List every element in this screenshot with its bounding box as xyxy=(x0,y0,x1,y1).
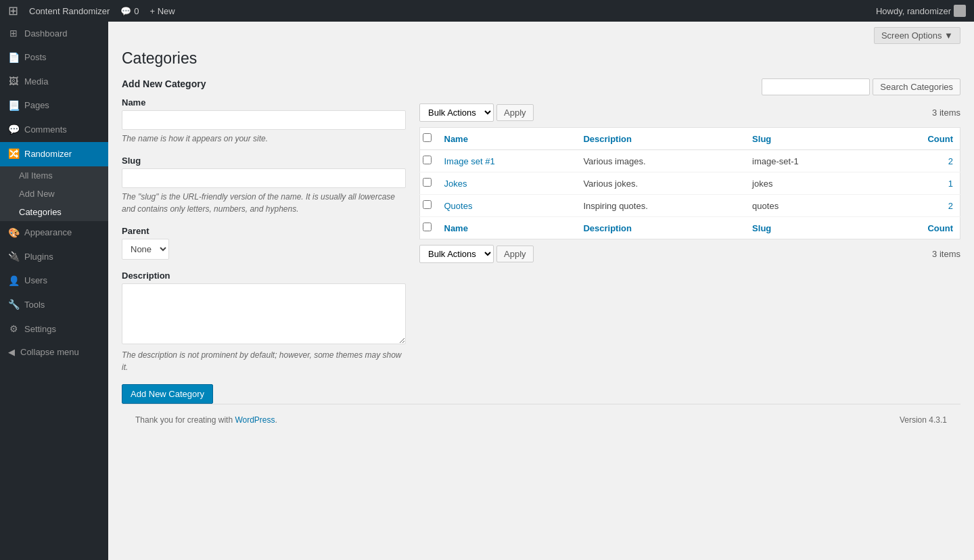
tablenav-bottom: Bulk Actions Apply 3 items xyxy=(419,242,960,266)
bulk-actions-select-top[interactable]: Bulk Actions xyxy=(419,103,494,122)
row-3-description-cell: Inspiring quotes. xyxy=(576,195,745,217)
sidebar-item-dashboard[interactable]: ⊞ Dashboard xyxy=(0,22,108,46)
collapse-menu-button[interactable]: ◀ Collapse menu xyxy=(0,342,108,363)
page-title: Categories xyxy=(122,49,960,68)
sidebar-item-comments[interactable]: 💬 Comments xyxy=(0,118,108,142)
row-3-name-link[interactable]: Quotes xyxy=(444,201,473,211)
footer-checkbox-col xyxy=(420,217,438,239)
tablenav-top: Bulk Actions Apply 3 items xyxy=(419,101,960,124)
slug-input[interactable] xyxy=(122,168,406,188)
footer-description[interactable]: Description xyxy=(576,217,745,239)
name-field-group: Name The name is how it appears on your … xyxy=(122,97,406,145)
name-input[interactable] xyxy=(122,110,406,130)
row-3-count-cell: 2 xyxy=(875,195,960,217)
header-slug[interactable]: Slug xyxy=(745,128,875,150)
slug-description: The "slug" is the URL-friendly version o… xyxy=(122,191,406,215)
table-row: Jokes Various jokes. jokes 1 xyxy=(420,172,960,195)
categories-table: Name Description Slug Count xyxy=(419,127,960,239)
screen-options-button[interactable]: Screen Options ▼ xyxy=(874,27,960,44)
header-description[interactable]: Description xyxy=(576,128,745,150)
categories-layout: Add New Category Name The name is how it… xyxy=(122,78,960,404)
row-2-description-cell: Various jokes. xyxy=(576,172,745,195)
submenu-add-new[interactable]: Add New xyxy=(0,185,108,203)
sidebar-item-randomizer[interactable]: 🔀 Randomizer xyxy=(0,142,108,166)
sidebar-item-plugins[interactable]: 🔌 Plugins xyxy=(0,245,108,269)
search-input[interactable] xyxy=(762,78,870,95)
select-all-checkbox-bottom[interactable] xyxy=(423,223,432,231)
wordpress-link[interactable]: WordPress xyxy=(235,415,275,425)
form-heading: Add New Category xyxy=(122,78,406,89)
row-3-checkbox-cell xyxy=(420,195,438,217)
submenu-categories[interactable]: Categories xyxy=(0,203,108,221)
header-name[interactable]: Name xyxy=(438,128,577,150)
wp-logo-icon[interactable]: ⊞ xyxy=(8,3,18,18)
row-1-checkbox-cell xyxy=(420,150,438,172)
parent-field-group: Parent None xyxy=(122,226,406,260)
bulk-actions-select-bottom[interactable]: Bulk Actions xyxy=(419,245,494,263)
footer-name[interactable]: Name xyxy=(438,217,577,239)
header-count[interactable]: Count xyxy=(875,128,960,150)
add-new-category-button[interactable]: Add New Category xyxy=(122,384,213,404)
row-1-slug-cell: image-set-1 xyxy=(745,150,875,172)
new-content-link[interactable]: + New xyxy=(149,6,175,16)
row-2-count-cell: 1 xyxy=(875,172,960,195)
comments-icon: 💬 xyxy=(8,123,19,137)
sidebar-item-tools[interactable]: 🔧 Tools xyxy=(0,293,108,317)
avatar xyxy=(954,5,966,17)
media-icon: 🖼 xyxy=(8,75,19,89)
sidebar-item-media[interactable]: 🖼 Media xyxy=(0,70,108,94)
table-footer-row: Name Description Slug Count xyxy=(420,217,960,239)
name-description: The name is how it appears on your site. xyxy=(122,133,406,145)
main-content: Screen Options ▼ Categories Add New Cate… xyxy=(108,22,974,560)
row-2-slug-cell: jokes xyxy=(745,172,875,195)
row-3-checkbox[interactable] xyxy=(423,200,432,209)
page-wrap: Categories Add New Category Name The nam… xyxy=(122,49,960,404)
randomizer-icon: 🔀 xyxy=(8,147,19,161)
row-2-name-link[interactable]: Jokes xyxy=(444,179,467,189)
table-row: Quotes Inspiring quotes. quotes 2 xyxy=(420,195,960,217)
sidebar-item-pages[interactable]: 📃 Pages xyxy=(0,94,108,118)
description-label: Description xyxy=(122,271,406,281)
name-label: Name xyxy=(122,97,406,108)
users-icon: 👤 xyxy=(8,275,19,288)
parent-select[interactable]: None xyxy=(122,239,169,260)
user-greeting: Howdy, randomizer xyxy=(876,5,966,17)
footer-count[interactable]: Count xyxy=(875,217,960,239)
slug-label: Slug xyxy=(122,156,406,166)
select-all-checkbox-top[interactable] xyxy=(423,133,432,142)
sidebar-item-appearance[interactable]: 🎨 Appearance xyxy=(0,221,108,246)
description-textarea[interactable] xyxy=(122,283,406,344)
footer-version: Version 4.3.1 xyxy=(900,415,947,425)
search-box: Search Categories xyxy=(419,78,960,95)
row-1-name-link[interactable]: Image set #1 xyxy=(444,156,495,166)
submenu-all-items[interactable]: All Items xyxy=(0,166,108,185)
sidebar-item-posts[interactable]: 📄 Posts xyxy=(0,46,108,70)
row-3-count-link[interactable]: 2 xyxy=(948,201,953,211)
comments-link[interactable]: 💬 0 xyxy=(120,6,139,16)
site-name[interactable]: Content Randomizer xyxy=(29,6,110,16)
admin-bar: ⊞ Content Randomizer 💬 0 + New Howdy, ra… xyxy=(0,0,974,22)
row-2-count-link[interactable]: 1 xyxy=(948,179,953,189)
footer-credit: Thank you for creating with WordPress. xyxy=(135,415,277,425)
row-1-description-cell: Various images. xyxy=(576,150,745,172)
settings-icon: ⚙ xyxy=(8,323,19,336)
apply-button-top[interactable]: Apply xyxy=(496,104,534,121)
row-3-slug-cell: quotes xyxy=(745,195,875,217)
sidebar-item-settings[interactable]: ⚙ Settings xyxy=(0,317,108,342)
apply-button-bottom[interactable]: Apply xyxy=(496,246,534,262)
admin-sidebar: ⊞ Dashboard 📄 Posts 🖼 Media 📃 Pages 💬 Co… xyxy=(0,22,108,560)
row-2-checkbox[interactable] xyxy=(423,178,432,187)
footer-slug[interactable]: Slug xyxy=(745,217,875,239)
page-footer: Thank you for creating with WordPress. V… xyxy=(122,404,960,436)
appearance-icon: 🎨 xyxy=(8,227,19,240)
table-header-row: Name Description Slug Count xyxy=(420,128,960,150)
search-button[interactable]: Search Categories xyxy=(873,78,960,95)
row-2-checkbox-cell xyxy=(420,172,438,195)
row-1-checkbox[interactable] xyxy=(423,156,432,164)
sidebar-item-users[interactable]: 👤 Users xyxy=(0,269,108,294)
randomizer-submenu: All Items Add New Categories xyxy=(0,166,108,221)
bulk-actions-bottom: Bulk Actions Apply xyxy=(419,245,534,263)
table-row: Image set #1 Various images. image-set-1… xyxy=(420,150,960,172)
plugins-icon: 🔌 xyxy=(8,250,19,264)
row-1-count-link[interactable]: 2 xyxy=(948,156,953,166)
